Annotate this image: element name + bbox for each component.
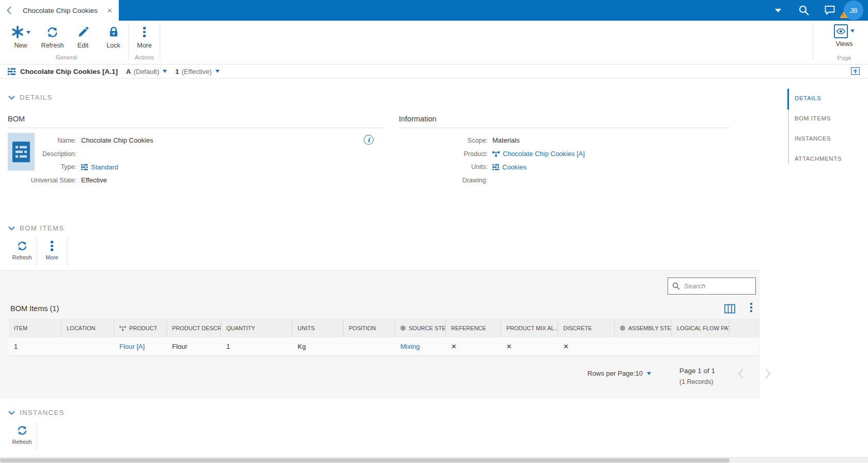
cell-source-step-link[interactable]: Mixing	[400, 343, 420, 350]
instances-toolbar: Refresh	[7, 421, 37, 451]
bom-items-more-button[interactable]: More	[37, 237, 67, 266]
bom-card-title: BOM	[8, 115, 383, 128]
field-name-value: Chocolate Chip Cookies	[81, 136, 153, 144]
tab-close-icon[interactable]: ✕	[107, 7, 113, 14]
field-universal-state-value: Effective	[81, 176, 107, 184]
expand-panel-icon[interactable]	[851, 67, 860, 75]
field-scope: Scope: Materials	[399, 134, 585, 147]
edit-button[interactable]: Edit	[68, 21, 98, 49]
ribbon-group-general: New Refresh Edit	[4, 21, 129, 64]
tab-chocolate-chip-cookies[interactable]: Chocolate Chip Cookies ✕	[19, 0, 119, 21]
rows-per-page-selector[interactable]: Rows per Page:10	[587, 369, 651, 377]
breadcrumb-version: 1	[175, 68, 179, 75]
column-header-logical-flow-path[interactable]: LOGICAL FLOW PATH	[672, 319, 730, 337]
refresh-button-label: Refresh	[41, 42, 64, 49]
details-section-title: DETAILS	[20, 94, 53, 101]
bom-items-more-label: More	[45, 254, 58, 260]
global-search-button[interactable]	[798, 5, 810, 16]
field-drawing: Drawing:	[399, 174, 585, 187]
pagination-prev-button[interactable]	[738, 368, 744, 381]
more-dots-icon	[143, 27, 146, 37]
search-icon	[798, 5, 810, 16]
eye-icon	[836, 26, 846, 36]
details-section-header[interactable]: DETAILS	[8, 94, 53, 101]
column-header-reference[interactable]: REFERENCE	[446, 319, 501, 337]
column-header-product-description[interactable]: PRODUCT DESCRI...	[167, 319, 221, 337]
refresh-icon	[17, 240, 28, 252]
field-product-value-link[interactable]: Chocolate Chip Cookies [A]	[503, 150, 585, 158]
column-header-quantity[interactable]: QUANTITY	[221, 319, 292, 337]
anchor-nav-attachments[interactable]: ATTACHMENTS	[795, 156, 842, 162]
ribbon-group-actions-label: Actions	[129, 54, 160, 64]
cell-product-description: Flour	[167, 337, 221, 356]
field-units-value-link[interactable]: Cookies	[502, 163, 526, 171]
chevron-left-icon	[738, 368, 744, 379]
refresh-button[interactable]: Refresh	[37, 21, 68, 49]
grid-menu-kebab-icon[interactable]	[750, 303, 752, 312]
field-name: Name: Chocolate Chip Cookies	[30, 134, 153, 147]
bom-items-refresh-label: Refresh	[12, 254, 32, 260]
views-button[interactable]	[834, 24, 855, 38]
field-units: Units: Cookies	[399, 160, 585, 174]
field-universal-state: Universal State: Effective	[30, 174, 153, 187]
column-header-assembly-step[interactable]: ASSEMBLY STEP	[615, 319, 672, 337]
anchor-nav-instances[interactable]: INSTANCES	[795, 135, 831, 142]
anchor-nav-details[interactable]: DETAILS	[795, 95, 821, 101]
column-header-product-mix-allowed[interactable]: PRODUCT MIX AL...	[501, 319, 558, 337]
app-window: Chocolate Chip Cookies ✕ JB !	[0, 0, 868, 463]
column-header-source-step[interactable]: SOURCE STEP	[395, 319, 446, 337]
info-icon[interactable]: i	[364, 135, 374, 145]
breadcrumb: Chocolate Chip Cookies [A.1] A (Default)…	[0, 65, 868, 79]
revision-dropdown-caret[interactable]	[163, 70, 167, 73]
more-button[interactable]: More	[129, 21, 160, 49]
bom-type-icon	[81, 164, 88, 171]
step-circle-icon	[620, 326, 625, 331]
cell-reference-false-icon: ✕	[446, 337, 501, 356]
column-header-item[interactable]: ITEM	[9, 319, 61, 337]
column-header-units[interactable]: UNITS	[292, 319, 344, 337]
asterisk-new-icon	[11, 25, 24, 39]
bom-items-refresh-button[interactable]: Refresh	[7, 237, 37, 266]
horizontal-scrollbar-thumb[interactable]	[0, 458, 730, 462]
breadcrumb-version-qualifier: (Effective)	[182, 68, 212, 75]
pagination-next-button[interactable]	[765, 368, 771, 381]
column-header-product[interactable]: PRODUCT	[114, 319, 167, 337]
topbar-dropdown-caret[interactable]	[775, 9, 781, 12]
cell-assembly-step	[615, 337, 672, 356]
cell-product-link[interactable]: Flour [A]	[119, 343, 145, 350]
views-dropdown-caret[interactable]	[850, 29, 855, 33]
cell-product: Flour [A]	[114, 337, 167, 356]
bom-items-table: ITEM LOCATION PRODUCT PRODUCT DESCRI... …	[9, 319, 760, 356]
column-header-position[interactable]: POSITION	[344, 319, 395, 337]
information-card-title: Information	[399, 115, 730, 128]
instances-section-header[interactable]: INSTANCES	[8, 409, 65, 416]
tab-title: Chocolate Chip Cookies	[23, 7, 98, 14]
chevron-left-icon	[7, 6, 12, 14]
avatar-initials: JB	[849, 7, 857, 14]
toolbar-separator	[37, 422, 37, 451]
messages-button[interactable]	[824, 5, 835, 16]
instances-section-title: INSTANCES	[20, 409, 65, 416]
instances-refresh-button[interactable]: Refresh	[7, 421, 37, 451]
breadcrumb-revision-qualifier: (Default)	[133, 68, 159, 75]
back-button[interactable]	[0, 0, 19, 21]
product-icon	[492, 150, 500, 158]
column-header-location[interactable]: LOCATION	[61, 319, 114, 337]
instances-refresh-label: Refresh	[12, 439, 32, 445]
column-header-discrete[interactable]: DISCRETE	[558, 319, 615, 337]
column-chooser-icon[interactable]	[724, 304, 735, 316]
field-type-value-link[interactable]: Standard	[91, 163, 118, 171]
lock-button[interactable]: Lock	[98, 21, 129, 49]
ribbon-toolbar: New Refresh Edit	[0, 21, 868, 65]
pencil-icon	[77, 26, 89, 38]
bom-items-section-header[interactable]: BOM ITEMS	[8, 224, 64, 232]
new-dropdown-caret[interactable]	[26, 31, 30, 34]
version-dropdown-caret[interactable]	[215, 70, 220, 73]
bom-fields: Name: Chocolate Chip Cookies Description…	[30, 134, 153, 187]
anchor-nav-bom-items[interactable]: BOM ITEMS	[795, 115, 831, 121]
search-input[interactable]	[684, 282, 751, 290]
table-row[interactable]: 1 Flour [A] Flour 1 Kg Mixing ✕ ✕ ✕	[9, 337, 760, 356]
new-button[interactable]: New	[4, 21, 37, 49]
tab-strip: Chocolate Chip Cookies ✕	[0, 0, 119, 21]
views-button-label: Views	[835, 40, 853, 48]
